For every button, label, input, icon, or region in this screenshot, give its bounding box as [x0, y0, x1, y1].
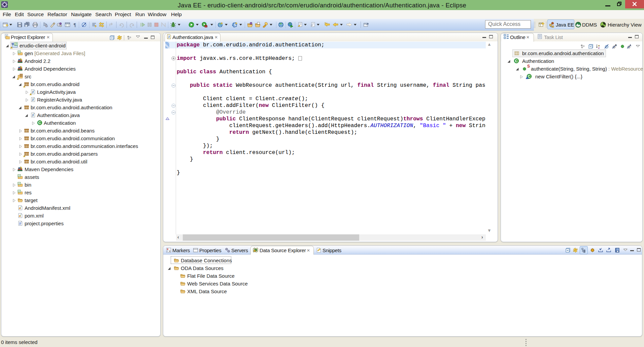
- svg-text:C: C: [46, 24, 48, 28]
- svg-text:z: z: [598, 46, 600, 49]
- svg-text:S: S: [615, 44, 617, 47]
- svg-text:J: J: [168, 35, 170, 39]
- svg-text:¶: ¶: [73, 23, 76, 28]
- svg-text:L: L: [630, 44, 632, 47]
